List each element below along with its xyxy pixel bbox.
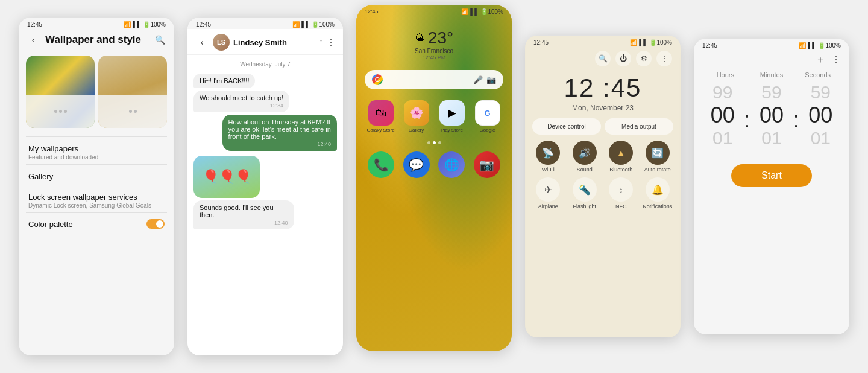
back-icon[interactable]: ‹ — [26, 33, 40, 47]
wifi-icon: 📶 — [124, 21, 131, 28]
contact-name: Lindsey Smith — [233, 38, 316, 47]
page-dot — [427, 141, 430, 144]
wallpaper-status-icons: 📶 ▌▌ 🔋100% — [124, 21, 166, 28]
power-icon[interactable]: ⏻ — [615, 51, 631, 66]
weather-icon: 🌤 — [415, 33, 424, 43]
lock-screen-sub: Dynamic Lock screen, Samsung Global Goal… — [28, 202, 165, 209]
wallpaper-panel: 12:45 📶 ▌▌ 🔋100% ‹ Wallpaper and style 🔍 — [19, 18, 174, 355]
hours-column[interactable]: 99 00 01 — [703, 82, 741, 148]
qs-status-bar: 12:45 📶 ▌▌ 🔋100% — [525, 36, 681, 48]
gallery-title: Gallery — [28, 172, 165, 181]
qs-control-icons: 🔍 ⏻ ⚙ ⋮ — [525, 48, 681, 69]
device-control-btn[interactable]: Device control — [532, 118, 601, 135]
gallery-item[interactable]: Gallery — [19, 165, 174, 185]
colon-separator-1: : — [741, 107, 752, 133]
battery-icon: 🔋100% — [143, 21, 166, 28]
notifications-label: Notifications — [643, 203, 672, 209]
app-label: Google — [480, 127, 495, 133]
dock-phone[interactable]: 📞 — [366, 151, 397, 178]
airplane-tile-icon: ✈ — [536, 177, 560, 202]
seconds-prev: 59 — [811, 82, 831, 103]
settings-icon[interactable]: ⚙ — [636, 51, 652, 66]
dock-camera[interactable]: 📷 — [472, 151, 503, 178]
flashlight-tile-icon: 🔦 — [573, 177, 597, 202]
wallpaper-preview-2[interactable] — [98, 56, 167, 128]
more-options-icon[interactable]: ⋮ — [831, 54, 841, 66]
wp-dots-1 — [54, 110, 67, 113]
message-image-bubble: 🎈🎈🎈 — [193, 156, 260, 198]
sound-tile-icon: 🔊 — [573, 141, 597, 165]
more-icon[interactable]: ⋮ — [656, 51, 672, 66]
hours-prev: 99 — [712, 82, 732, 103]
minutes-next: 01 — [761, 128, 781, 148]
message-list: Wednesday, July 7 Hi~! I'm BACK!!!! We s… — [187, 55, 343, 355]
msg-status-icons: 📶 ▌▌ 🔋100% — [292, 21, 335, 28]
timer-panel: 12:45 📶 ▌▌ 🔋100% ＋ ⋮ Hours Minutes Secon… — [694, 39, 849, 334]
qs-tile-sound[interactable]: 🔊 Sound — [569, 141, 601, 173]
message-time: 12:40 — [200, 220, 288, 226]
back-icon[interactable]: ‹ — [195, 35, 209, 49]
qs-action-row: Device control Media output — [525, 118, 681, 141]
qs-tile-flashlight[interactable]: 🔦 Flashlight — [569, 177, 601, 209]
more-options-icon[interactable]: ⋮ — [326, 37, 336, 48]
microphone-icon[interactable]: 🎤 — [473, 75, 483, 84]
app-google[interactable]: G Google — [473, 100, 502, 133]
search-icon[interactable]: 🔍 — [153, 33, 167, 47]
wallpaper-menu-list: My wallpapers Featured and downloaded Ga… — [19, 134, 174, 355]
weather-temp: 23° — [428, 28, 453, 48]
camera-icon: 📷 — [474, 151, 500, 178]
color-palette-toggle[interactable] — [146, 219, 165, 229]
battery-icon: 🔋100% — [649, 39, 672, 46]
qs-tile-wifi[interactable]: 📡 Wi-Fi — [532, 141, 564, 173]
wallpaper-status-bar: 12:45 📶 ▌▌ 🔋100% — [19, 18, 174, 29]
battery-icon: 🔋100% — [818, 42, 841, 49]
minutes-prev: 59 — [761, 82, 781, 103]
my-wallpapers-sub: Featured and downloaded — [28, 154, 165, 161]
lock-screen-item[interactable]: Lock screen wallpaper services Dynamic L… — [19, 185, 174, 212]
timer-display: 99 00 01 : 59 00 01 : 59 00 01 — [694, 78, 849, 152]
message-time: 12:34 — [200, 103, 283, 109]
color-palette-item[interactable]: Color palette — [19, 213, 174, 235]
chevron-down-icon: ˅ — [319, 39, 322, 46]
dock-internet[interactable]: 🌐 — [436, 151, 467, 178]
dock-messages[interactable]: 💬 — [401, 151, 432, 178]
message-bubble-received-3: Sounds good. I'll see you then. 12:40 — [193, 200, 294, 229]
signal-icon: ▌▌ — [301, 21, 310, 28]
wallpaper-previews — [19, 52, 174, 134]
timer-header-icons: ＋ ⋮ — [694, 51, 849, 71]
minutes-column[interactable]: 59 00 01 — [752, 82, 790, 148]
weather-time: 12:45 PM — [356, 54, 512, 60]
wifi-label: Wi-Fi — [542, 167, 555, 173]
app-galaxy-store[interactable]: 🛍 Galaxy Store — [366, 100, 395, 133]
timer-status-icons: 📶 ▌▌ 🔋100% — [799, 42, 841, 49]
contact-avatar: LS — [213, 34, 230, 51]
start-button[interactable]: Start — [731, 164, 812, 187]
app-label: Play Store — [441, 127, 463, 133]
wifi-tile-icon: 📡 — [536, 141, 560, 165]
wp-dot — [134, 110, 137, 113]
home-search-bar[interactable]: G 🎤 📷 — [365, 70, 503, 89]
search-icon[interactable]: 🔍 — [595, 51, 611, 66]
qs-tile-autorotate[interactable]: 🔄 Auto rotate — [642, 141, 674, 173]
camera-search-icon[interactable]: 📷 — [486, 75, 496, 84]
qs-tile-nfc[interactable]: ↕ NFC — [605, 177, 637, 209]
qs-tile-airplane[interactable]: ✈ Airplane — [532, 177, 564, 209]
seconds-column[interactable]: 59 00 01 — [802, 82, 840, 148]
timer-status-bar: 12:45 📶 ▌▌ 🔋100% — [694, 39, 849, 51]
app-gallery[interactable]: 🌸 Gallery — [401, 100, 431, 133]
wallpaper-preview-1[interactable] — [26, 56, 95, 128]
wp-dot — [59, 110, 62, 113]
add-timer-icon[interactable]: ＋ — [816, 54, 825, 66]
message-text: How about on Thursday at 6PM? If you are… — [228, 118, 331, 140]
color-palette-title: Color palette — [28, 220, 73, 229]
qs-tile-notifications[interactable]: 🔔 Notifications — [642, 177, 674, 209]
qs-tile-bluetooth[interactable]: ▲ Bluetooth — [605, 141, 637, 173]
media-output-btn[interactable]: Media output — [605, 118, 673, 135]
app-play-store[interactable]: ▶ Play Store — [437, 100, 467, 133]
autorotate-tile-icon: 🔄 — [646, 141, 670, 165]
nfc-tile-icon: ↕ — [609, 177, 633, 202]
my-wallpapers-item[interactable]: My wallpapers Featured and downloaded — [19, 137, 174, 164]
play-store-icon: ▶ — [439, 100, 465, 126]
lock-screen-title: Lock screen wallpaper services — [28, 193, 165, 202]
home-status-icons: 📶 ▌▌ 🔋100% — [461, 8, 503, 15]
